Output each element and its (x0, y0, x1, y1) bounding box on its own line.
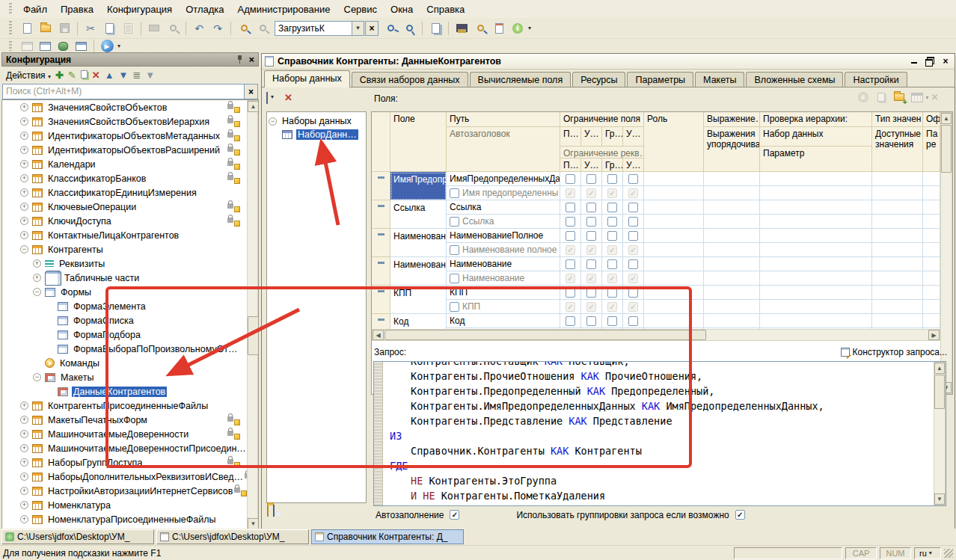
checkbox-checked[interactable] (566, 245, 575, 255)
syntax-helper-icon[interactable] (453, 20, 470, 37)
print-icon[interactable] (146, 20, 162, 37)
cell-empty[interactable] (704, 300, 760, 314)
tree-item-label[interactable]: Табличные части (63, 273, 141, 283)
header-hierarchy[interactable]: Проверка иерархии: (760, 112, 872, 127)
undo-icon[interactable]: ↶ (191, 20, 207, 37)
grouping-checkbox[interactable] (735, 510, 745, 520)
tree-item-label[interactable]: НастройкиАвторизацииИнтернетСервисов (46, 486, 234, 496)
find-icon[interactable] (236, 20, 252, 37)
table-hscrollbar[interactable]: ◀ ▶ (372, 329, 940, 341)
tree-item[interactable]: +КлючевыеОперации (2, 200, 258, 214)
title-checkbox[interactable] (450, 217, 459, 227)
help-search-icon[interactable] (472, 20, 488, 37)
expand-icon[interactable]: + (33, 274, 41, 282)
expand-icon[interactable]: + (20, 203, 28, 211)
cell-attr-limit-checkbox[interactable] (560, 215, 581, 229)
cell-limit-checkbox[interactable] (623, 229, 644, 243)
tree-item-label[interactable]: ИдентификаторыОбъектовРасширений (46, 145, 221, 156)
cell-attr-limit-checkbox[interactable] (560, 186, 581, 200)
tree-item-label[interactable]: КлючевыеОперации (46, 202, 138, 212)
checkbox-unchecked[interactable] (566, 231, 575, 241)
open-file-icon[interactable] (267, 505, 269, 516)
cell-title[interactable]: Наименование полное (447, 243, 560, 257)
tree-item-label[interactable]: Команды (58, 358, 101, 369)
checkbox-unchecked[interactable] (628, 231, 638, 241)
tab-Макеты[interactable]: Макеты (695, 72, 744, 87)
cell-limit-checkbox[interactable] (560, 229, 581, 243)
search-combobox-value[interactable]: ЗагрузитьК (275, 21, 352, 36)
query-editor[interactable]: Контрагенты.Поставщик КАК Поставщик,Конт… (373, 361, 946, 506)
cell-empty[interactable] (644, 314, 704, 328)
form-icon[interactable] (73, 40, 88, 52)
search-input[interactable]: Поиск (Ctrl+Alt+M) (2, 84, 245, 99)
cell-field[interactable]: Наименован (390, 257, 447, 286)
cell-empty[interactable] (872, 243, 923, 257)
tab-Вложенные схемы[interactable]: Вложенные схемы (746, 72, 843, 87)
header-value-type[interactable]: Тип значен… (872, 112, 923, 127)
cell-attr-limit-checkbox[interactable] (623, 186, 644, 200)
checkbox-unchecked[interactable] (607, 203, 617, 212)
cell-empty[interactable] (923, 229, 940, 243)
close-icon[interactable]: × (248, 54, 254, 65)
checkbox-checked[interactable] (628, 274, 638, 283)
tree-item-label[interactable]: КонтактныеЛицаКонтрагентов (46, 230, 180, 241)
tree-item-label[interactable]: МакетыПечатныхФорм (46, 415, 149, 425)
scroll-thumb[interactable] (934, 375, 945, 409)
checkbox-checked[interactable] (607, 188, 617, 198)
sort-icon[interactable]: ≣ (132, 70, 141, 80)
cell-path[interactable]: Ссылка (447, 200, 560, 215)
expand-icon[interactable]: + (20, 458, 28, 467)
tree-item[interactable]: +МакетыПечатныхФорм (2, 413, 258, 427)
paste-icon[interactable] (120, 20, 136, 37)
tree-item-label[interactable]: ФормаВыбораПоПроизвольномуОт… (72, 344, 239, 354)
collapse-icon[interactable]: − (20, 245, 28, 253)
header-field[interactable]: Поле (390, 112, 447, 172)
header-path[interactable]: Путь (447, 112, 560, 127)
tree-item[interactable]: +Табличные части (2, 271, 258, 285)
cell-empty[interactable] (923, 215, 940, 229)
cell-limit-checkbox[interactable] (623, 257, 644, 271)
tree-item[interactable]: +НаборыДополнительныхРеквизитовИСвед… (2, 470, 258, 484)
cell-attr-limit-checkbox[interactable] (560, 271, 581, 286)
checkbox-unchecked[interactable] (607, 217, 617, 227)
expand-icon[interactable]: + (33, 259, 41, 268)
cell-limit-checkbox[interactable] (623, 172, 644, 186)
menu-item-Конфигурация[interactable]: Конфигурация (100, 1, 179, 17)
header-design[interactable]: Оф (923, 112, 940, 127)
checkbox-unchecked[interactable] (586, 288, 596, 298)
delete-icon[interactable]: ✕ (92, 70, 100, 80)
search-icon[interactable] (254, 20, 271, 37)
cell-empty[interactable] (872, 286, 923, 300)
cell-empty[interactable] (923, 257, 940, 271)
cell-limit-checkbox[interactable] (602, 229, 623, 243)
tree-item[interactable]: Команды (2, 356, 258, 370)
checkbox-unchecked[interactable] (607, 288, 617, 298)
row-handle[interactable] (372, 257, 390, 286)
tree-item-label[interactable]: КлючиДоступа (46, 216, 113, 227)
cell-empty[interactable] (644, 243, 704, 257)
checkbox-unchecked[interactable] (607, 174, 617, 184)
expand-icon[interactable]: + (20, 117, 28, 126)
header-field-limit[interactable]: Ограничение поля (560, 112, 644, 127)
query-text[interactable]: Контрагенты.Поставщик КАК Поставщик,Конт… (384, 361, 933, 503)
cell-empty[interactable] (760, 186, 872, 200)
cell-empty[interactable] (872, 186, 923, 200)
add-field-icon[interactable]: + (857, 91, 869, 103)
cell-empty[interactable] (872, 229, 923, 243)
cell-empty[interactable] (760, 286, 872, 300)
cell-attr-limit-checkbox[interactable] (623, 215, 644, 229)
cell-empty[interactable] (760, 229, 872, 243)
cell-attr-limit-checkbox[interactable] (581, 215, 602, 229)
cell-empty[interactable] (644, 257, 704, 271)
cell-attr-limit-checkbox[interactable] (602, 300, 623, 314)
cell-path[interactable]: Наименование (447, 257, 560, 271)
tree-item[interactable]: +КонтрагентыПрисоединенныеФайлы (2, 399, 258, 413)
dataset-item-row[interactable]: НаборДанн… (269, 128, 364, 141)
checkbox-unchecked[interactable] (628, 259, 638, 269)
copy-style-icon[interactable] (427, 20, 444, 37)
cell-empty[interactable] (644, 215, 704, 229)
cell-empty[interactable] (872, 172, 923, 186)
checkbox-unchecked[interactable] (586, 316, 596, 326)
cell-empty[interactable] (872, 215, 923, 229)
tree-item[interactable]: ДанныеКонтрагентов (2, 384, 258, 399)
